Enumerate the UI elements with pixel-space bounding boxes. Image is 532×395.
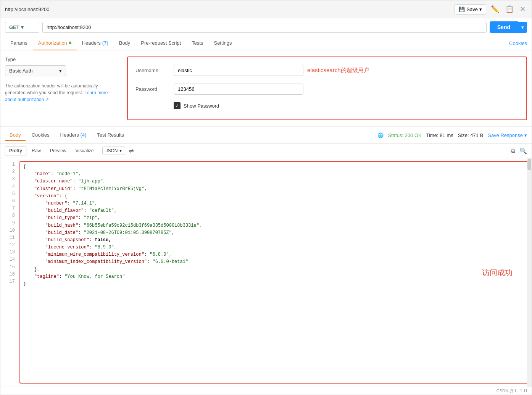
format-pretty-button[interactable]: Pretty: [5, 146, 26, 155]
password-input[interactable]: [174, 84, 303, 95]
auth-description-text: The authorization header will be automat…: [5, 83, 98, 95]
username-input[interactable]: [174, 65, 303, 76]
title-bar-actions: 💾 Save ▾ ✏️ 📋 ✕: [455, 3, 527, 15]
line-numbers: 1234567891011121314151617: [0, 161, 19, 384]
json-viewer: 1234567891011121314151617 { "name": "nod…: [0, 158, 532, 387]
resp-tab-body[interactable]: Body: [5, 130, 26, 141]
tab-prerequest[interactable]: Pre-request Script: [135, 36, 186, 50]
send-button-container: Send ▾: [490, 21, 527, 33]
response-size: Size: 471 B: [458, 132, 484, 138]
tab-params[interactable]: Params: [5, 36, 33, 50]
resp-tab-testresults-label: Test Results: [97, 132, 124, 138]
authorization-active-dot: [69, 42, 71, 44]
auth-type-chevron: ▾: [59, 68, 62, 74]
status-200: Status: 200 OK: [388, 132, 422, 138]
copy-icon[interactable]: ⧉: [511, 147, 515, 154]
json-content: { "name": "node-1", "cluster_name": "ljh…: [19, 161, 529, 384]
watermark: CSDN @ L_J_H: [0, 387, 532, 395]
response-tabs-bar: Body Cookies Headers (4) Test Results 🌐 …: [0, 127, 532, 144]
checkbox-checkmark: ✓: [175, 103, 179, 108]
tab-authorization-label: Authorization: [38, 40, 67, 46]
tab-headers-count: (7): [102, 40, 108, 46]
tab-body[interactable]: Body: [114, 36, 136, 50]
tab-settings-label: Settings: [214, 40, 232, 46]
username-row: Username elasticsearch的超级用户: [135, 65, 519, 76]
username-annotation: elasticsearch的超级用户: [307, 67, 369, 74]
auth-right: Username elasticsearch的超级用户 Password ✓ S…: [127, 56, 527, 120]
save-label: Save: [466, 6, 478, 12]
resp-tab-body-label: Body: [10, 132, 21, 138]
cookies-link[interactable]: Cookies: [509, 40, 527, 46]
show-password-checkbox[interactable]: ✓: [174, 102, 181, 109]
tab-headers-label: Headers: [82, 40, 101, 46]
tab-params-label: Params: [10, 40, 27, 46]
tab-prerequest-label: Pre-request Script: [141, 40, 181, 46]
send-dropdown-button[interactable]: ▾: [518, 22, 527, 33]
method-value: GET: [9, 24, 19, 30]
resp-tab-cookies-label: Cookies: [32, 132, 50, 138]
tab-tests[interactable]: Tests: [186, 36, 208, 50]
method-dropdown-icon: ▾: [21, 24, 24, 30]
format-type-select[interactable]: JSON ▾: [102, 147, 125, 155]
save-button[interactable]: 💾 Save ▾: [455, 4, 486, 15]
wrap-button[interactable]: ⇌: [127, 146, 136, 155]
title-bar-url: http://localhost:9200: [5, 6, 49, 12]
save-response-button[interactable]: Save Response ▾: [488, 132, 527, 138]
show-password-label: Show Password: [184, 103, 219, 109]
edit-icon-button[interactable]: ✏️: [489, 3, 501, 15]
password-row: Password: [135, 84, 519, 95]
auth-type-value: Basic Auth: [9, 68, 32, 74]
search-icon[interactable]: 🔍: [519, 147, 527, 155]
format-bar: Pretty Raw Preview Visualize JSON ▾ ⇌ ⧉ …: [0, 144, 532, 158]
save-dropdown-icon[interactable]: ▾: [479, 6, 482, 12]
send-button[interactable]: Send: [490, 21, 518, 33]
auth-section: Type Basic Auth ▾ The authorization head…: [0, 50, 532, 127]
password-label: Password: [135, 86, 174, 92]
format-type-chevron: ▾: [119, 148, 122, 153]
globe-icon: 🌐: [377, 132, 384, 138]
auth-type-label: Type: [5, 56, 119, 62]
resp-tab-headers-label: Headers: [60, 132, 79, 138]
app-window: http://localhost:9200 💾 Save ▾ ✏️ 📋 ✕ GE…: [0, 0, 532, 395]
auth-description: The authorization header will be automat…: [5, 82, 119, 103]
tab-tests-label: Tests: [192, 40, 203, 46]
request-tabs-bar: Params Authorization Headers (7) Body Pr…: [0, 36, 532, 50]
response-status: 🌐 Status: 200 OK Time: 81 ms Size: 471 B…: [377, 132, 527, 138]
save-response-label: Save Response: [488, 132, 523, 138]
response-time: Time: 81 ms: [426, 132, 453, 138]
url-input[interactable]: [42, 22, 487, 33]
format-type-value: JSON: [106, 148, 118, 153]
tab-settings[interactable]: Settings: [208, 36, 237, 50]
auth-left: Type Basic Auth ▾ The authorization head…: [5, 56, 119, 120]
scrollbar[interactable]: [527, 158, 532, 387]
success-annotation: 访问成功: [482, 266, 513, 279]
tab-headers[interactable]: Headers (7): [77, 36, 114, 50]
resp-tab-headers-count: (4): [80, 132, 86, 138]
format-preview-button[interactable]: Preview: [46, 147, 70, 155]
save-icon: 💾: [459, 6, 465, 12]
save-response-chevron: ▾: [524, 132, 527, 138]
format-raw-button[interactable]: Raw: [28, 147, 45, 155]
close-icon-button[interactable]: ✕: [518, 3, 527, 15]
url-bar: GET ▾ Send ▾: [0, 18, 532, 36]
title-bar: http://localhost:9200 💾 Save ▾ ✏️ 📋 ✕: [0, 0, 532, 18]
share-icon-button[interactable]: 📋: [504, 3, 515, 15]
tab-body-label: Body: [119, 40, 131, 46]
method-select[interactable]: GET ▾: [5, 22, 39, 33]
show-password-row: ✓ Show Password: [174, 102, 519, 109]
resp-tab-cookies[interactable]: Cookies: [27, 130, 54, 141]
resp-tab-headers[interactable]: Headers (4): [56, 130, 91, 141]
auth-type-select[interactable]: Basic Auth ▾: [5, 65, 66, 76]
resp-tab-testresults[interactable]: Test Results: [92, 130, 129, 141]
scrollbar-thumb[interactable]: [527, 159, 531, 170]
format-visualize-button[interactable]: Visualize: [72, 147, 98, 155]
username-label: Username: [135, 68, 174, 73]
tab-authorization[interactable]: Authorization: [33, 36, 77, 50]
